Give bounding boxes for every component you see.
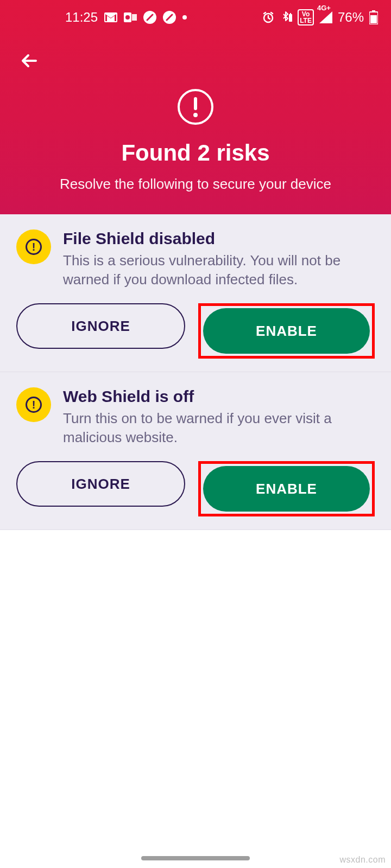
notification-icon-2 (163, 11, 176, 24)
svg-point-2 (125, 15, 130, 20)
alarm-icon (262, 11, 275, 24)
svg-rect-7 (290, 13, 291, 14)
svg-point-12 (193, 113, 198, 117)
header-region: 11:25 VoLTE 4G+ (0, 0, 391, 214)
exclamation-icon (193, 96, 198, 118)
enable-highlight-box: ENABLE (198, 461, 375, 516)
battery-icon (369, 10, 378, 24)
alert-circle-icon (178, 89, 213, 125)
risk-card-web-shield: ! Web Shield is off Turn this on to be w… (0, 372, 391, 530)
ignore-button[interactable]: IGNORE (16, 303, 185, 349)
status-left: 11:25 (65, 10, 187, 25)
battery-percent: 76% (338, 10, 364, 25)
status-bar: 11:25 VoLTE 4G+ (0, 0, 391, 35)
risk-title: File Shield disabled (63, 229, 375, 248)
status-right: VoLTE 4G+ 76% (262, 9, 378, 25)
page-title: Found 2 risks (0, 140, 391, 166)
exclamation-icon: ! (26, 239, 42, 255)
risk-title: Web Shield is off (63, 387, 375, 406)
notification-icon-1 (143, 11, 156, 24)
enable-button[interactable]: ENABLE (203, 308, 370, 354)
outlook-icon (124, 11, 137, 23)
signal-icon: 4G+ (319, 11, 332, 23)
more-notifications-dot-icon (182, 15, 187, 20)
toolbar (0, 35, 391, 79)
gmail-icon (104, 12, 117, 22)
risk-description: Turn this on to be warned if you ever vi… (63, 409, 375, 447)
warning-badge-icon: ! (16, 387, 51, 422)
warning-badge-icon: ! (16, 229, 51, 264)
svg-rect-11 (194, 97, 197, 110)
back-button[interactable] (16, 48, 42, 74)
svg-rect-1 (132, 14, 137, 21)
bluetooth-battery-icon (280, 11, 292, 24)
alert-icon-wrap (0, 89, 391, 125)
volte-icon: VoLTE (298, 9, 314, 25)
ignore-button[interactable]: IGNORE (16, 461, 185, 507)
risk-list: ! File Shield disabled This is a serious… (0, 214, 391, 530)
svg-rect-10 (370, 15, 377, 23)
risk-description: This is a serious vulnerability. You wil… (63, 251, 375, 289)
page-subtitle: Resolve the following to secure your dev… (0, 176, 391, 193)
risk-card-file-shield: ! File Shield disabled This is a serious… (0, 214, 391, 372)
gesture-bar[interactable] (141, 856, 250, 860)
arrow-left-icon (18, 50, 40, 72)
svg-rect-6 (289, 14, 292, 22)
watermark: wsxdn.com (339, 855, 386, 865)
status-time: 11:25 (65, 10, 98, 25)
enable-button[interactable]: ENABLE (203, 466, 370, 512)
exclamation-icon: ! (26, 397, 42, 413)
enable-highlight-box: ENABLE (198, 303, 375, 359)
